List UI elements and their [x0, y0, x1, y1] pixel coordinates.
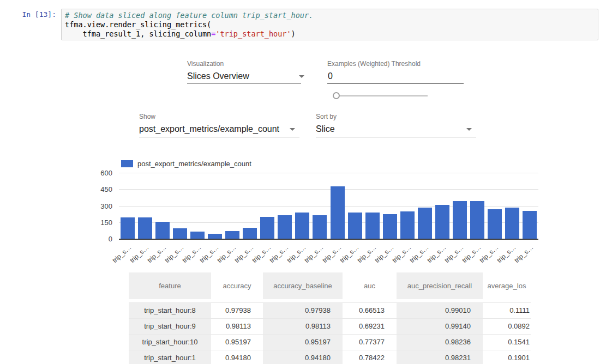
table-header-cell: accuracy_baseline	[263, 272, 343, 302]
table-cell: 0.98236	[397, 335, 483, 350]
table-cell: trip_start_hour:8	[129, 303, 211, 318]
cell-prompt: In [13]:	[0, 10, 56, 19]
table-cell: 0.1541	[483, 335, 531, 350]
table-header-cell: accuracy	[211, 272, 263, 302]
bar[interactable]	[505, 208, 519, 239]
visualization-underline	[187, 83, 301, 84]
table-header-cell: feature	[129, 272, 211, 302]
table-cell: 0.97938	[211, 303, 263, 318]
bar[interactable]	[400, 211, 415, 239]
sort-by-underline	[316, 137, 476, 137]
chevron-down-icon[interactable]	[466, 128, 472, 131]
bar[interactable]	[173, 228, 187, 239]
code-line: # Show data sliced along feature column …	[65, 11, 595, 20]
bar[interactable]	[383, 214, 397, 239]
code-segment: tfma.view.render_slicing_metrics(	[65, 20, 211, 29]
table-cell: 0.98113	[211, 319, 263, 334]
table-cell: 0.1111	[483, 303, 531, 318]
code-line: tfma_result_1, slicing_column='trip_star…	[65, 29, 595, 39]
bar[interactable]	[523, 211, 537, 239]
table-cell: 0.99140	[397, 319, 483, 334]
gridline	[119, 173, 538, 173]
code-segment: # Show data sliced along feature column …	[65, 11, 313, 20]
table-cell: 0.94180	[263, 350, 343, 364]
visualization-label: Visualization	[187, 60, 224, 68]
table-header-cell: auc_precision_recall	[397, 272, 483, 302]
table-header-cell: average_los	[483, 272, 531, 302]
table-cell: 0.98231	[397, 350, 483, 364]
show-underline	[139, 137, 299, 137]
table-cell: 0.98113	[263, 319, 343, 334]
table-header-cell: auc	[343, 272, 397, 302]
bar[interactable]	[365, 213, 380, 239]
bar[interactable]	[225, 231, 239, 239]
gridline	[119, 189, 538, 190]
legend-label: post_export_metrics/example_count	[137, 160, 251, 168]
bar[interactable]	[418, 208, 432, 239]
bar[interactable]	[138, 217, 152, 239]
bar[interactable]	[278, 215, 292, 239]
table-cell: trip_start_hour:1	[129, 350, 211, 364]
bar[interactable]	[331, 186, 345, 239]
bar[interactable]	[190, 232, 205, 239]
notebook-page: In [13]: # Show data sliced along featur…	[0, 0, 606, 364]
table-cell: trip_start_hour:9	[129, 319, 211, 334]
show-value: post_export_metrics/example_count	[139, 124, 279, 134]
code-segment: )	[291, 29, 296, 38]
chevron-down-icon[interactable]	[290, 128, 295, 131]
code-segment: tfma_result_1, slicing_column	[65, 29, 211, 38]
bar[interactable]	[453, 201, 467, 239]
bar[interactable]	[243, 228, 257, 239]
y-tick-label: 150	[91, 219, 112, 227]
table-row: trip_start_hour:100.951970.951970.773770…	[129, 334, 531, 350]
table-cell: 0.66513	[343, 303, 397, 318]
threshold-underline	[327, 83, 464, 84]
table-cell: 0.1901	[483, 350, 531, 364]
table-cell: 0.78422	[343, 350, 397, 364]
bar[interactable]	[295, 213, 309, 239]
bar[interactable]	[348, 213, 362, 239]
sort-by-label: Sort by	[316, 113, 337, 120]
bar[interactable]	[121, 217, 135, 239]
table-header-row: featureaccuracyaccuracy_baselineaucauc_p…	[129, 272, 531, 302]
chevron-down-icon[interactable]	[299, 75, 304, 78]
threshold-input[interactable]: 0	[328, 71, 333, 81]
sort-by-value: Slice	[316, 124, 335, 134]
threshold-slider-track[interactable]	[337, 95, 428, 96]
legend-swatch	[121, 160, 133, 167]
y-tick-label: 300	[91, 202, 112, 210]
bar[interactable]	[260, 217, 274, 239]
code-line: tfma.view.render_slicing_metrics(	[65, 20, 595, 29]
table-row: trip_start_hour:90.981130.981130.692310.…	[129, 318, 531, 334]
bar[interactable]	[155, 222, 170, 239]
metrics-table: featureaccuracyaccuracy_baselineaucauc_p…	[129, 272, 531, 364]
y-tick-label: 600	[91, 169, 112, 177]
y-tick-label: 450	[91, 185, 112, 193]
threshold-slider-handle[interactable]	[333, 92, 340, 99]
table-cell: trip_start_hour:10	[129, 335, 211, 350]
table-row: trip_start_hour:10.941800.941800.784220.…	[129, 350, 531, 364]
bar[interactable]	[488, 209, 502, 239]
y-tick-label: 0	[91, 235, 112, 243]
bar[interactable]	[208, 234, 222, 239]
show-label: Show	[139, 113, 155, 120]
table-cell: 0.94180	[211, 350, 263, 364]
code-segment: 'trip_start_hour'	[215, 29, 291, 38]
table-cell: 0.97938	[263, 303, 343, 318]
table-cell: 0.69231	[343, 319, 397, 334]
table-cell: 0.95197	[263, 335, 343, 350]
threshold-label: Examples (Weighted) Threshold	[327, 60, 421, 68]
bar[interactable]	[435, 205, 449, 239]
x-axis-line	[119, 239, 538, 240]
table-cell: 0.0892	[483, 319, 531, 334]
bar[interactable]	[313, 215, 327, 239]
visualization-value: Slices Overview	[187, 71, 249, 81]
code-cell[interactable]: # Show data sliced along feature column …	[61, 9, 598, 40]
table-row: trip_start_hour:80.979380.979380.665130.…	[129, 302, 531, 318]
table-cell: 0.77377	[343, 335, 397, 350]
bar[interactable]	[470, 201, 484, 239]
table-cell: 0.99010	[397, 303, 483, 318]
table-cell: 0.95197	[211, 335, 263, 350]
